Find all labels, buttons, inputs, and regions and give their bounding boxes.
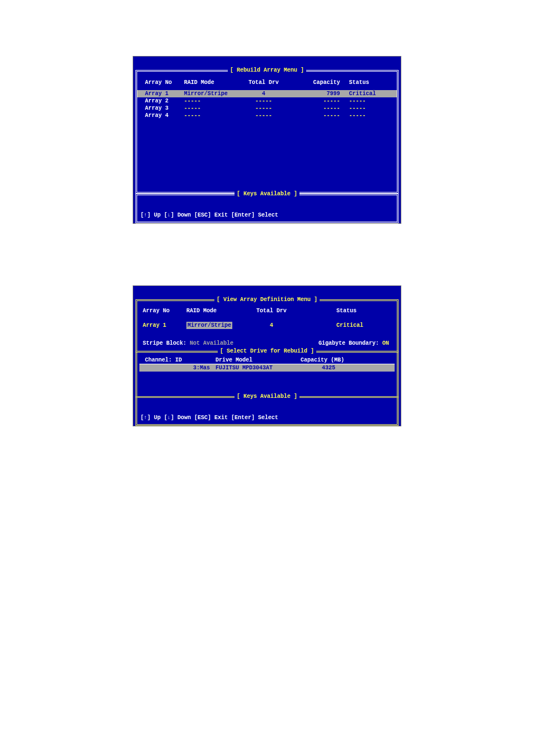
gigabyte-boundary-value: ON bbox=[382, 340, 389, 346]
view-array-panel: [ View Array Definition Menu ] Array No … bbox=[135, 299, 399, 353]
cell-arrayno: Array 4 bbox=[142, 112, 184, 119]
gigabyte-boundary-label: Gigabyte Boundary: bbox=[318, 340, 379, 346]
header-capacity: Capacity (MB) bbox=[301, 357, 357, 363]
cell-arrayno: Array 1 bbox=[142, 91, 184, 97]
cell-totaldrv: ----- bbox=[239, 105, 288, 111]
stripe-block-label: Stripe Block: bbox=[143, 340, 186, 346]
cell-raidmode: ----- bbox=[184, 112, 240, 119]
cell-status: ----- bbox=[349, 105, 392, 111]
cell-raidmode: ----- bbox=[184, 98, 240, 104]
cell-status: ----- bbox=[349, 112, 392, 119]
header-arrayno: Array No bbox=[142, 79, 184, 86]
header-raidmode: RAID Mode bbox=[184, 79, 240, 86]
header-raidmode: RAID Mode bbox=[186, 308, 243, 314]
cell-raidmode: ----- bbox=[184, 105, 240, 111]
drive-headers: Channel: ID Drive Model Capacity (MB) bbox=[139, 353, 395, 364]
header-status: Status bbox=[349, 79, 392, 86]
keys-available-title-2: [ Keys Available ] bbox=[235, 393, 299, 400]
header-totaldrv: Total Drv bbox=[239, 79, 288, 86]
header-channel: Channel: ID bbox=[145, 357, 216, 363]
rebuild-array-title: [ Rebuild Array Menu ] bbox=[228, 67, 306, 73]
cell-model: FUJITSU MPD3043AT bbox=[216, 365, 301, 371]
header-status: Status bbox=[336, 308, 392, 314]
header-capacity: Capacity bbox=[288, 79, 349, 86]
cell-status: ----- bbox=[349, 98, 392, 104]
rebuild-array-panel: [ Rebuild Array Menu ] Array No RAID Mod… bbox=[135, 70, 399, 194]
cell-totaldrv: 4 bbox=[243, 322, 299, 328]
keys-available-panel: [ Keys Available ] [↑] Up [↓] Down [ESC]… bbox=[135, 194, 399, 223]
array-row-1[interactable]: Array 1 Mirror/Stripe 4 7999 Critical bbox=[137, 90, 397, 97]
cell-capacity: ----- bbox=[288, 105, 349, 111]
array-def-headers: Array No RAID Mode Total Drv Status bbox=[137, 301, 397, 322]
stripe-block-value: Not Available bbox=[190, 340, 233, 346]
cell-arrayno: Array 2 bbox=[142, 98, 184, 104]
array-table-headers: Array No RAID Mode Total Drv Capacity St… bbox=[137, 72, 397, 89]
view-array-definition-screen: [ View Array Definition Menu ] Array No … bbox=[133, 285, 401, 426]
cell-capacity: 4325 bbox=[301, 365, 357, 371]
array-row-4[interactable]: Array 4 ----- ----- ----- ----- bbox=[137, 112, 397, 119]
cell-status: Critical bbox=[336, 322, 392, 328]
select-drive-title: [ Select Drive for Rebuild ] bbox=[218, 348, 316, 354]
keys-available-title: [ Keys Available ] bbox=[235, 191, 299, 197]
keys-help-text-2: [↑] Up [↓] Down [ESC] Exit [Enter] Selec… bbox=[140, 415, 394, 421]
cell-totaldrv: ----- bbox=[239, 112, 288, 119]
cell-arrayno: Array 3 bbox=[142, 105, 184, 111]
cell-channel: 3:Mas bbox=[145, 365, 216, 371]
header-arrayno: Array No bbox=[143, 308, 186, 314]
cell-raidmode: Mirror/Stripe bbox=[184, 91, 240, 97]
keys-help-text: [↑] Up [↓] Down [ESC] Exit [Enter] Selec… bbox=[140, 212, 394, 218]
cell-status: Critical bbox=[349, 91, 392, 97]
keys-available-panel-2: [ Keys Available ] [↑] Up [↓] Down [ESC]… bbox=[135, 396, 399, 426]
cell-capacity: ----- bbox=[288, 98, 349, 104]
drive-row[interactable]: 3:Mas FUJITSU MPD3043AT 4325 bbox=[139, 364, 395, 372]
cell-totaldrv: 4 bbox=[239, 91, 288, 97]
array-row-2[interactable]: Array 2 ----- ----- ----- ----- bbox=[137, 97, 397, 105]
cell-capacity: ----- bbox=[288, 112, 349, 119]
select-drive-panel: [ Select Drive for Rebuild ] Channel: ID… bbox=[135, 351, 399, 398]
array-def-row[interactable]: Array 1 Mirror/Stripe 4 Critical bbox=[137, 322, 397, 337]
cell-raidmode: Mirror/Stripe bbox=[186, 322, 232, 329]
cell-capacity: 7999 bbox=[288, 91, 349, 97]
rebuild-array-screen: [ Rebuild Array Menu ] Array No RAID Mod… bbox=[133, 56, 401, 224]
header-totaldrv: Total Drv bbox=[243, 308, 299, 314]
cell-totaldrv: ----- bbox=[239, 98, 288, 104]
array-row-3[interactable]: Array 3 ----- ----- ----- ----- bbox=[137, 105, 397, 112]
header-model: Drive Model bbox=[216, 357, 301, 363]
cell-arrayno: Array 1 bbox=[143, 322, 186, 328]
view-array-title: [ View Array Definition Menu ] bbox=[214, 297, 320, 303]
